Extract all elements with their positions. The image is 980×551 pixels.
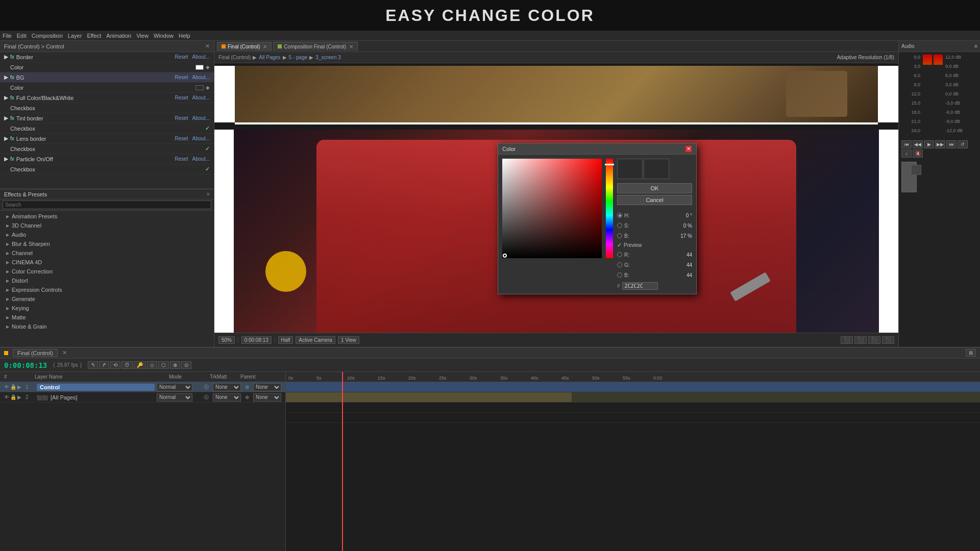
bg-about[interactable]: About... — [192, 74, 210, 80]
audio-panel-menu[interactable]: ≡ — [974, 43, 977, 49]
fx-search-input[interactable] — [3, 201, 211, 209]
tool-btn3[interactable]: ⟲ — [110, 361, 120, 369]
camera-btn[interactable]: Active Camera — [296, 336, 335, 344]
tool-btn8[interactable]: ⊕ — [170, 361, 180, 369]
viewer-btn-3[interactable]: ⬛ — [868, 336, 880, 344]
color-gradient-picker[interactable] — [502, 159, 602, 258]
menu-composition[interactable]: Composition — [32, 33, 63, 39]
particle-checkbox-row[interactable]: Checkbox ✓ — [0, 164, 214, 174]
red-radio[interactable] — [617, 252, 622, 257]
lensborder-about[interactable]: About... — [192, 136, 210, 141]
transport-audio[interactable]: ♪ — [901, 149, 912, 158]
fullcolor-about[interactable]: About... — [192, 95, 210, 101]
layer2-expand[interactable]: ▶ — [17, 394, 21, 400]
fx-3d-channel[interactable]: 3D Channel — [0, 221, 214, 230]
border-color-eyedropper[interactable]: ◆ — [206, 64, 210, 70]
viewer-btn-2[interactable]: ⬛ — [854, 336, 867, 344]
viewer-btn-1[interactable]: ⬛ — [841, 336, 853, 344]
menu-edit[interactable]: Edit — [17, 33, 27, 39]
fx-channel[interactable]: Channel — [0, 248, 214, 258]
transport-fwd[interactable]: ▶▶ — [935, 140, 945, 148]
fx-obsolete[interactable]: Obsolete — [0, 331, 214, 333]
layer1-trkmatt[interactable]: None — [213, 383, 241, 391]
tintborder-reset[interactable]: Reset — [175, 115, 188, 121]
breadcrumb-page5[interactable]: 5 - page — [289, 55, 308, 60]
fx-noise-grain[interactable]: Noise & Grain — [0, 322, 214, 331]
layer1-lock[interactable]: 🔒 — [10, 384, 16, 390]
bg-color-row[interactable]: Color ◆ — [0, 83, 214, 93]
tool-btn7[interactable]: ⬡ — [158, 361, 169, 369]
particle-reset[interactable]: Reset — [175, 156, 188, 162]
border-reset[interactable]: Reset — [175, 54, 188, 60]
viewer-tab-composition[interactable]: Composition Final (Control) ✕ — [273, 42, 358, 51]
fx-cinema4d[interactable]: CINEMA 4D — [0, 258, 214, 267]
fx-presets-menu[interactable]: ≡ — [207, 191, 210, 197]
transport-rew[interactable]: ◀◀ — [913, 140, 923, 148]
tool-btn1[interactable]: ↰ — [88, 361, 98, 369]
timeline-tab-final[interactable]: Final (Control) — [13, 349, 58, 357]
bg-color-swatch[interactable] — [195, 85, 204, 90]
effect-bg-row[interactable]: ▶ fx BG Reset About... — [0, 72, 214, 83]
transport-next[interactable]: ⏭ — [946, 140, 957, 148]
layer1-parent[interactable]: None — [253, 383, 281, 391]
fx-generate[interactable]: Generate — [0, 294, 214, 304]
color-dialog-close[interactable]: ✕ — [685, 145, 692, 153]
tool-btn4[interactable]: ⏱ — [121, 361, 133, 369]
transport-mute[interactable]: 🔇 — [913, 149, 923, 158]
menu-view[interactable]: View — [136, 33, 149, 39]
effect-particle-row[interactable]: ▶ fx Particle On/Off Reset About... — [0, 154, 214, 164]
breadcrumb-allpages[interactable]: All Pages — [259, 55, 280, 60]
effect-controls-close[interactable]: ✕ — [205, 43, 210, 49]
hue-radio[interactable] — [617, 213, 622, 218]
layer2-lock[interactable]: 🔒 — [10, 394, 16, 400]
blue-radio[interactable] — [617, 272, 622, 278]
fullcolor-reset[interactable]: Reset — [175, 95, 188, 101]
tab-close-final[interactable]: ✕ — [263, 44, 267, 49]
menu-animation[interactable]: Animation — [106, 33, 131, 39]
fx-distort[interactable]: Distort — [0, 276, 214, 285]
border-color-swatch[interactable] — [195, 65, 204, 70]
preview-label[interactable]: Preview — [624, 242, 642, 248]
color-cancel-button[interactable]: Cancel — [617, 195, 692, 205]
menu-file[interactable]: File — [3, 33, 12, 39]
lensborder-checkbox-row[interactable]: Checkbox ✓ — [0, 144, 214, 154]
layer2-eye[interactable]: 👁 — [4, 394, 9, 400]
quality-btn[interactable]: Half — [278, 336, 293, 344]
bright-radio[interactable] — [617, 233, 622, 238]
effect-border-row[interactable]: ▶ fx Border Reset About... — [0, 52, 214, 62]
color-ok-button[interactable]: OK — [617, 183, 692, 193]
transport-prev[interactable]: ⏮ — [901, 140, 912, 148]
tool-btn5[interactable]: 🔑 — [134, 361, 146, 369]
border-about[interactable]: About... — [192, 54, 210, 60]
menu-effect[interactable]: Effect — [87, 33, 101, 39]
timecode-display[interactable]: 0:00:08:13 — [241, 336, 272, 344]
fx-matte[interactable]: Matte — [0, 313, 214, 322]
fx-audio[interactable]: Audio — [0, 230, 214, 239]
fx-expression-controls[interactable]: Expression Controls — [0, 285, 214, 294]
layer2-mode-select[interactable]: Normal — [157, 393, 192, 402]
menu-layer[interactable]: Layer — [68, 33, 82, 39]
viewer-btn-4[interactable]: ⬛ — [882, 336, 894, 344]
fullcolor-checkbox-row[interactable]: Checkbox — [0, 103, 214, 113]
transport-play[interactable]: ▶ — [924, 140, 934, 148]
tool-btn9[interactable]: ⊙ — [181, 361, 191, 369]
tool-btn2[interactable]: ↱ — [99, 361, 109, 369]
effect-fullcolor-row[interactable]: ▶ fx Full Color/Black&White Reset About.… — [0, 93, 214, 103]
bg-color-eyedropper[interactable]: ◆ — [206, 85, 210, 90]
fx-color-correction[interactable]: Color Correction — [0, 267, 214, 276]
layer1-eye[interactable]: 👁 — [4, 384, 9, 390]
layer2-trkmatt[interactable]: None — [213, 393, 241, 402]
green-radio[interactable] — [617, 262, 622, 267]
sat-radio[interactable] — [617, 223, 622, 228]
layer-row-1[interactable]: 👁 🔒 ▶ 1 Control Normal Ⓐ None ⊕ None — [0, 382, 285, 392]
particle-about[interactable]: About... — [192, 156, 210, 162]
effect-lensborder-row[interactable]: ▶ fx Lens border Reset About... — [0, 134, 214, 144]
fx-animation-presets[interactable]: Animation Presets — [0, 212, 214, 221]
transport-loop[interactable]: ↺ — [958, 140, 968, 148]
tintborder-checkbox-row[interactable]: Checkbox ✓ — [0, 123, 214, 134]
views-btn[interactable]: 1 View — [338, 336, 359, 344]
layer1-mode-select[interactable]: Normal — [157, 383, 192, 391]
viewer-tab-final-control[interactable]: Final (Control) ✕ — [217, 42, 272, 51]
color-correct-tool[interactable] — [901, 162, 917, 192]
layer-row-2[interactable]: 👁 🔒 ▶ 2 ⬛⬛ [All Pages] Normal Ⓐ None ⊕ N… — [0, 392, 285, 403]
